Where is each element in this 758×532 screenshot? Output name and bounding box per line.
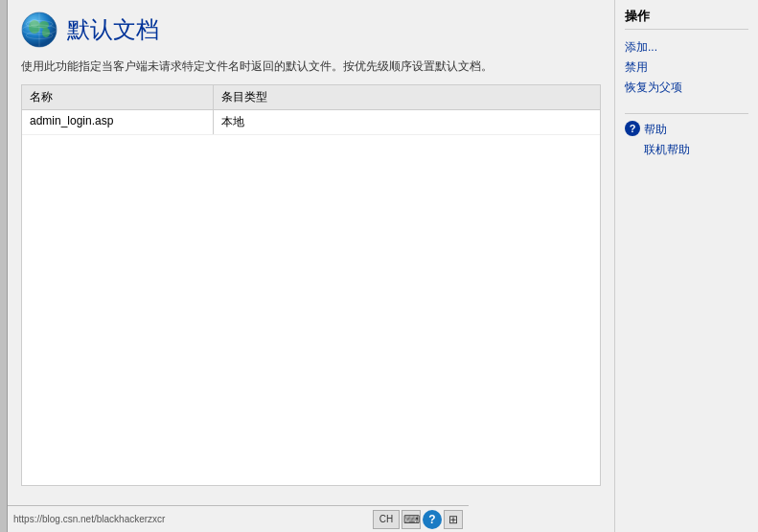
window-container: 默认文档 使用此功能指定当客户端未请求特定文件名时返回的默认文件。按优先级顺序设… bbox=[0, 0, 758, 532]
help-circle-icon[interactable]: ? bbox=[423, 510, 442, 529]
col-header-type: 条目类型 bbox=[214, 85, 329, 109]
description: 使用此功能指定当客户端未请求特定文件名时返回的默认文件。按优先级顺序设置默认文档… bbox=[21, 58, 577, 75]
disable-button[interactable]: 禁用 bbox=[625, 58, 748, 78]
bottom-bar: https://blog.csn.net/blackhackerzxcr CH … bbox=[8, 505, 469, 532]
actions-section: 添加... 禁用 恢复为父项 bbox=[625, 37, 748, 98]
panel-title: 操作 bbox=[625, 8, 748, 30]
bottom-icons: CH ⌨ ? ⊞ bbox=[373, 510, 463, 529]
table-row[interactable]: admin_login.asp 本地 bbox=[22, 110, 600, 135]
keyboard-icon[interactable]: ⌨ bbox=[402, 510, 421, 529]
expand-icon[interactable]: ⊞ bbox=[444, 510, 463, 529]
restore-button[interactable]: 恢复为父项 bbox=[625, 78, 748, 98]
help-link[interactable]: 帮助 bbox=[644, 120, 690, 140]
left-edge bbox=[0, 0, 8, 532]
document-table: 名称 条目类型 admin_login.asp 本地 bbox=[21, 84, 601, 486]
svg-point-8 bbox=[30, 19, 39, 27]
help-section: ? 帮助 联机帮助 bbox=[625, 120, 748, 160]
page-title: 默认文档 bbox=[67, 14, 159, 45]
add-button[interactable]: 添加... bbox=[625, 37, 748, 58]
online-help-link[interactable]: 联机帮助 bbox=[644, 140, 690, 160]
header: 默认文档 bbox=[21, 12, 601, 48]
panel-divider bbox=[625, 113, 748, 114]
cell-filename: admin_login.asp bbox=[22, 110, 214, 134]
cell-type: 本地 bbox=[214, 110, 329, 134]
help-icon: ? bbox=[625, 121, 640, 136]
help-links: 帮助 联机帮助 bbox=[644, 120, 690, 160]
globe-icon bbox=[21, 12, 57, 48]
ch-button[interactable]: CH bbox=[373, 510, 400, 529]
main-area: 默认文档 使用此功能指定当客户端未请求特定文件名时返回的默认文件。按优先级顺序设… bbox=[8, 0, 614, 532]
col-header-name: 名称 bbox=[22, 85, 214, 109]
table-header: 名称 条目类型 bbox=[22, 85, 600, 110]
right-panel: 操作 添加... 禁用 恢复为父项 ? 帮助 联机帮助 bbox=[614, 0, 758, 532]
url-text: https://blog.csn.net/blackhackerzxcr bbox=[13, 514, 165, 524]
